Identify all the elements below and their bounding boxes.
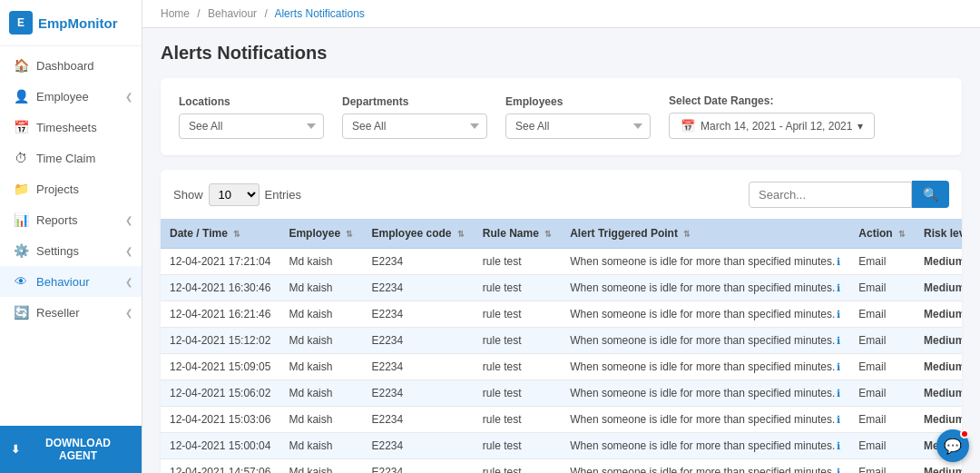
cell-code: E2234	[362, 301, 473, 328]
th-risk-level: Risk level ⇅	[915, 219, 962, 249]
sidebar-nav: 🏠 Dashboard 👤 Employee ❮ 📅 Timesheets ⏱ …	[0, 46, 142, 426]
cell-rule: rule test	[474, 354, 561, 380]
cell-risk: Medium	[915, 380, 962, 407]
cell-risk: Medium	[915, 249, 962, 275]
sidebar-item-dashboard[interactable]: 🏠 Dashboard	[0, 50, 142, 81]
cell-code: E2234	[362, 433, 473, 459]
breadcrumb-behaviour[interactable]: Behaviour	[208, 7, 257, 20]
cell-action: Email	[849, 275, 915, 301]
employees-select[interactable]: See All	[505, 113, 651, 139]
sidebar-item-reseller[interactable]: 🔄 Reseller ❮	[0, 297, 142, 328]
cell-datetime: 12-04-2021 16:21:46	[161, 301, 279, 328]
show-label: Show	[173, 188, 203, 202]
th-alert-triggered: Alert Triggered Point ⇅	[561, 219, 849, 249]
alerts-table: Date / Time ⇅ Employee ⇅ Employee code ⇅…	[161, 219, 962, 473]
info-icon: ℹ	[837, 282, 840, 293]
notification-dot	[960, 429, 969, 439]
sidebar-label-reports: Reports	[36, 213, 78, 227]
sidebar-item-behaviour[interactable]: 👁 Behaviour ❮	[0, 266, 142, 297]
info-icon: ℹ	[837, 440, 840, 451]
sidebar-label-settings: Settings	[36, 244, 79, 258]
sort-icon-alert: ⇅	[683, 230, 691, 239]
cell-code: E2234	[362, 249, 473, 275]
sidebar-item-employee[interactable]: 👤 Employee ❮	[0, 81, 142, 112]
departments-label: Departments	[342, 95, 487, 108]
cell-risk: Medium	[915, 301, 962, 328]
sort-icon-datetime: ⇅	[233, 230, 240, 239]
cell-employee: Md kaish	[279, 249, 362, 275]
chat-bubble[interactable]: 💬	[936, 429, 969, 462]
search-input[interactable]	[749, 182, 912, 208]
page-title: Alerts Notifications	[161, 43, 962, 64]
info-icon: ℹ	[837, 309, 840, 320]
cell-action: Email	[849, 354, 915, 380]
cell-datetime: 12-04-2021 16:30:46	[161, 275, 279, 301]
employees-filter: Employees See All	[505, 95, 651, 139]
date-range-button[interactable]: 📅 March 14, 2021 - April 12, 2021 ▾	[669, 113, 875, 139]
chevron-right-icon-behaviour: ❮	[125, 277, 132, 287]
cell-employee: Md kaish	[279, 459, 362, 474]
cell-employee: Md kaish	[279, 275, 362, 301]
chat-icon: 💬	[944, 438, 962, 455]
employees-label: Employees	[505, 95, 651, 108]
search-button[interactable]: 🔍	[912, 181, 949, 208]
cell-datetime: 12-04-2021 15:03:06	[161, 407, 279, 433]
table-header-row: Date / Time ⇅ Employee ⇅ Employee code ⇅…	[161, 219, 962, 249]
cell-alert: When someone is idle for more than speci…	[561, 459, 849, 474]
departments-filter: Departments See All	[342, 95, 487, 139]
departments-select[interactable]: See All	[342, 113, 487, 139]
cell-code: E2234	[362, 275, 473, 301]
cell-alert: When someone is idle for more than speci…	[561, 328, 849, 354]
sidebar-item-time-claim[interactable]: ⏱ Time Claim	[0, 143, 142, 173]
breadcrumb-current: Alerts Notifications	[274, 7, 364, 20]
info-icon: ℹ	[837, 414, 840, 425]
sidebar-item-projects[interactable]: 📁 Projects	[0, 173, 142, 204]
sidebar-item-reports[interactable]: 📊 Reports ❮	[0, 204, 142, 235]
cell-employee: Md kaish	[279, 380, 362, 407]
cell-code: E2234	[362, 380, 473, 407]
sidebar-label-behaviour: Behaviour	[36, 275, 90, 289]
settings-icon: ⚙️	[13, 243, 29, 258]
date-range-filter: Select Date Ranges: 📅 March 14, 2021 - A…	[669, 94, 875, 139]
chevron-right-icon: ❮	[125, 92, 132, 102]
cell-alert: When someone is idle for more than speci…	[561, 275, 849, 301]
app-logo: E EmpMonitor	[0, 0, 142, 46]
sidebar-label-projects: Projects	[36, 182, 79, 196]
entries-select[interactable]: 10 25 50 100	[209, 183, 260, 206]
table-row: 12-04-2021 15:12:02 Md kaish E2234 rule …	[161, 328, 962, 354]
show-entries: Show 10 25 50 100 Entries	[173, 183, 301, 206]
cell-rule: rule test	[474, 249, 561, 275]
sidebar-label-reseller: Reseller	[36, 306, 80, 320]
cell-datetime: 12-04-2021 15:00:04	[161, 433, 279, 459]
sidebar-item-settings[interactable]: ⚙️ Settings ❮	[0, 235, 142, 266]
cell-employee: Md kaish	[279, 301, 362, 328]
locations-filter: Locations See All	[179, 95, 324, 139]
cell-action: Email	[849, 380, 915, 407]
cell-employee: Md kaish	[279, 407, 362, 433]
main-content: Home / Behaviour / Alerts Notifications …	[142, 0, 980, 473]
table-row: 12-04-2021 15:06:02 Md kaish E2234 rule …	[161, 380, 962, 407]
locations-select[interactable]: See All	[179, 113, 324, 139]
download-agent-button[interactable]: ⬇ DOWNLOAD AGENT	[0, 426, 142, 473]
info-icon: ℹ	[837, 335, 840, 346]
sort-icon-employee: ⇅	[346, 230, 353, 239]
sidebar-label-timesheets: Timesheets	[36, 121, 97, 134]
th-rule-name: Rule Name ⇅	[474, 219, 561, 249]
cell-code: E2234	[362, 328, 473, 354]
breadcrumb-home[interactable]: Home	[161, 7, 190, 20]
sidebar-item-timesheets[interactable]: 📅 Timesheets	[0, 112, 142, 143]
timesheets-icon: 📅	[13, 120, 29, 134]
chevron-right-icon-reports: ❮	[125, 215, 132, 225]
cell-code: E2234	[362, 354, 473, 380]
cell-risk: Medium	[915, 328, 962, 354]
table-row: 12-04-2021 15:03:06 Md kaish E2234 rule …	[161, 407, 962, 433]
download-icon: ⬇	[11, 443, 20, 456]
logo-icon: E	[9, 11, 33, 34]
cell-employee: Md kaish	[279, 433, 362, 459]
table-row: 12-04-2021 16:21:46 Md kaish E2234 rule …	[161, 301, 962, 328]
table-row: 12-04-2021 14:57:06 Md kaish E2234 rule …	[161, 459, 962, 474]
chevron-right-icon-settings: ❮	[125, 246, 132, 256]
cell-alert: When someone is idle for more than speci…	[561, 380, 849, 407]
cell-action: Email	[849, 433, 915, 459]
info-icon: ℹ	[837, 256, 840, 267]
